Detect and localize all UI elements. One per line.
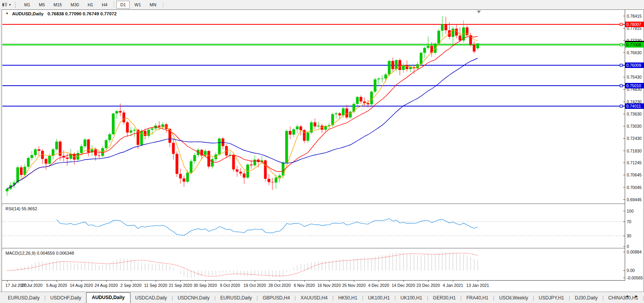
dropdown-triangle-icon[interactable]: ▼ — [6, 12, 9, 15]
main-price-chart[interactable] — [2, 10, 625, 204]
chart-tab-fra40-h1[interactable]: FRA40,H1 — [462, 294, 493, 303]
rsi-tick-label: 100 — [627, 209, 644, 213]
toolbar-grip[interactable] — [15, 2, 17, 8]
hline-price-badge: 0.75010 — [625, 83, 644, 88]
date-tick — [205, 280, 206, 282]
chart-type-icon[interactable]: ▾ — [2, 2, 11, 7]
price-tick-label: 0.78415 — [627, 14, 644, 18]
date-tick — [32, 280, 32, 282]
price-tick-label: 0.71245 — [627, 160, 644, 165]
date-tick — [180, 280, 181, 282]
candlestick-chart-icon — [2, 2, 8, 7]
chart-tab-usdcad-daily[interactable]: USDCAD,Daily — [131, 294, 172, 303]
date-tick — [7, 280, 7, 282]
price-axis-line — [625, 10, 625, 280]
date-tick — [403, 280, 404, 282]
date-tick — [453, 280, 453, 282]
date-tick — [304, 280, 305, 282]
macd-label: MACD(12,26,9) 0.004559 0.006348 — [6, 251, 74, 255]
price-tick-label: 0.72430 — [627, 136, 644, 141]
timeframe-button-m30[interactable]: M30 — [67, 1, 83, 9]
date-axis-line — [2, 280, 625, 281]
date-label: 13 Jan 2021 — [462, 283, 493, 288]
mt4-terminal: ▾ M1M5M15M30H1H4D1W1MN ▼ AUDUSD,Daily 0.… — [0, 0, 644, 303]
timeframe-button-m15[interactable]: M15 — [50, 1, 66, 9]
date-tick — [156, 280, 156, 282]
date-tick — [354, 280, 354, 282]
rsi-tick-label: 70 — [627, 219, 644, 224]
date-tick — [379, 280, 379, 282]
rsi-label: RSI(14) 55.9652 — [6, 206, 37, 211]
price-tick-label: 0.73630 — [627, 112, 644, 116]
chart-tab-eurusd-daily[interactable]: EURUSD,Daily — [215, 294, 257, 303]
timeframe-button-w1[interactable]: W1 — [131, 1, 145, 9]
timeframe-buttons: M1M5M15M30H1H4D1W1MN — [20, 1, 165, 9]
rsi-indicator-pane[interactable] — [2, 205, 625, 248]
hline-price-badge: 0.74011 — [625, 103, 644, 109]
date-tick — [230, 280, 230, 282]
macd-tick-label: 0.00 — [627, 268, 644, 273]
timeframe-toolbar: ▾ M1M5M15M30H1H4D1W1MN — [0, 0, 644, 10]
ohlc-values: 0.76838 0.77090 0.76749 0.77072 — [48, 11, 117, 16]
chart-tab-usdcnh-daily[interactable]: USDCNH,Daily — [173, 294, 214, 303]
date-tick — [57, 280, 57, 282]
chart-tab-audusd-daily[interactable]: AUDUSD,Daily — [86, 292, 131, 303]
chart-shift-marker[interactable] — [477, 11, 481, 13]
timeframe-button-d1[interactable]: D1 — [116, 1, 130, 9]
macd-tick-label: -0.00565 — [627, 275, 644, 280]
chart-title: ▼ AUDUSD,Daily 0.76838 0.77090 0.76749 0… — [6, 11, 117, 16]
date-tick — [280, 280, 280, 282]
rsi-tick-label: 30 — [627, 233, 644, 238]
date-tick — [81, 280, 82, 282]
macd-tick-label: 0.00884 — [627, 250, 644, 254]
hline-price-badge: 0.76009 — [625, 62, 644, 68]
toolbar-separator — [114, 2, 114, 8]
chart-tab-uk100-h1[interactable]: UK100,H1 — [363, 294, 394, 303]
price-tick-label: 0.70045 — [627, 185, 644, 190]
hline-price-badge: 0.77008 — [625, 42, 644, 48]
hline-price-badge: 0.78007 — [625, 22, 644, 27]
price-tick-label: 0.75430 — [627, 75, 644, 79]
date-tick — [131, 280, 131, 282]
toolbar-separator — [163, 2, 163, 8]
chevron-down-icon[interactable]: ▾ — [9, 3, 11, 7]
timeframe-button-m1[interactable]: M1 — [20, 1, 34, 9]
price-tick-label: 0.76630 — [627, 50, 644, 55]
date-tick — [329, 280, 329, 282]
price-tick-label: 0.70645 — [627, 173, 644, 177]
chart-tab-usoil-weekly[interactable]: USOil,Weekly — [494, 294, 533, 303]
timeframe-button-m5[interactable]: M5 — [35, 1, 49, 9]
chart-tab-usdjpy-h1[interactable]: USDJPY,H1 — [534, 294, 569, 303]
tab-scroll-right-icon[interactable]: ► — [635, 294, 641, 298]
timeframe-button-mn[interactable]: MN — [146, 1, 160, 9]
chart-tab-xauusd-h4[interactable]: XAUUSD,H4 — [296, 294, 332, 303]
chart-tab-dj30-daily[interactable]: DJ30,Daily — [570, 294, 602, 303]
chart-tab-uk100-h1[interactable]: UK100,H1 — [396, 294, 427, 303]
chart-tab-gbpusd-h4[interactable]: GBPUSD,H4 — [258, 294, 294, 303]
macd-indicator-pane[interactable] — [2, 250, 625, 280]
date-tick — [106, 280, 107, 282]
chart-tab-eurusd-daily[interactable]: EURUSD,Daily — [3, 294, 44, 303]
date-tick — [255, 280, 255, 282]
chart-tab-usdchf-daily[interactable]: USDCHF,Daily — [46, 294, 86, 303]
chart-tab-bar: EURUSD,Daily|USDCHF,DailyAUDUSD,DailyUSD… — [0, 292, 644, 303]
chart-tab-hk50-h1[interactable]: HK50,H1 — [333, 294, 362, 303]
tab-scroll-left-icon[interactable]: ◄ — [625, 294, 631, 298]
price-tick-label: 0.69445 — [627, 197, 644, 202]
date-tick — [478, 280, 478, 282]
tab-scroll-arrows: ◄ ► — [625, 294, 641, 298]
timeframe-button-h1[interactable]: H1 — [84, 1, 97, 9]
symbol-period-label: AUDUSD,Daily — [12, 11, 44, 16]
chart-tab-ger30-h1[interactable]: GER30,H1 — [428, 294, 460, 303]
timeframe-button-h4[interactable]: H4 — [98, 1, 111, 9]
rsi-tick-label: 0 — [627, 244, 644, 249]
date-tick — [428, 280, 429, 282]
price-tick-label: 0.73030 — [627, 124, 644, 129]
price-tick-label: 0.71830 — [627, 149, 644, 153]
